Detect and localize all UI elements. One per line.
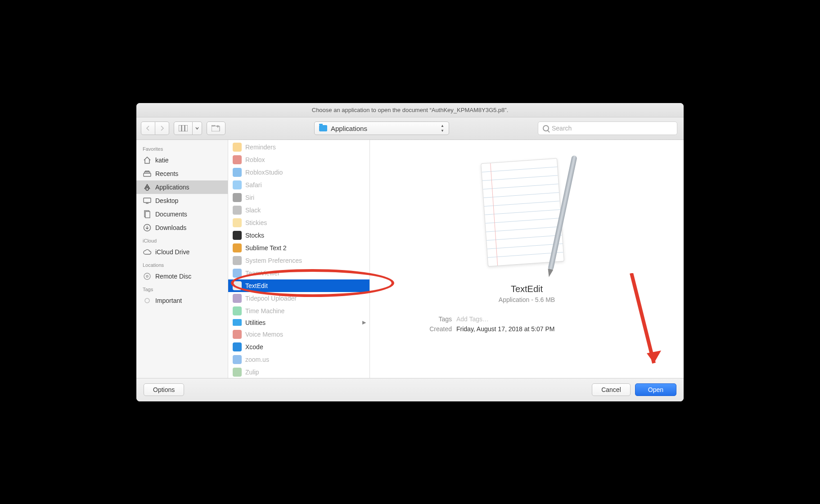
app-row-textedit[interactable]: TextEdit	[228, 279, 369, 292]
open-button[interactable]: Open	[635, 383, 676, 396]
options-label: Options	[153, 386, 175, 393]
sidebar-item-downloads[interactable]: Downloads	[136, 221, 228, 234]
app-label: Slack	[245, 207, 261, 214]
app-label: zoom.us	[245, 356, 269, 363]
app-label: Safari	[245, 181, 262, 189]
app-row-utilities[interactable]: Utilities▶	[228, 317, 369, 328]
sidebar-item-label: iCloud Drive	[155, 248, 189, 256]
chevron-down-icon	[195, 126, 199, 130]
app-label: Sublime Text 2	[245, 244, 287, 252]
app-icon	[233, 218, 242, 227]
path-selector[interactable]: Applications ▲▼	[314, 122, 449, 135]
sidebar-item-label: Documents	[155, 211, 187, 218]
back-button[interactable]	[141, 122, 155, 135]
svg-rect-0	[179, 125, 181, 131]
preview-meta: Tags Add Tags… Created Friday, August 17…	[380, 314, 674, 334]
view-buttons	[174, 122, 202, 135]
search-field[interactable]	[538, 122, 677, 135]
forward-button[interactable]	[155, 122, 169, 135]
cloud-icon	[143, 248, 152, 256]
meta-label-created: Created	[393, 325, 452, 333]
column-view-button[interactable]	[174, 122, 193, 135]
toolbar: Applications ▲▼	[136, 117, 684, 140]
columns-icon	[179, 125, 188, 131]
sidebar-heading-tags: Tags	[136, 283, 228, 294]
cancel-label: Cancel	[601, 386, 621, 393]
cancel-button[interactable]: Cancel	[592, 383, 631, 396]
app-icon	[233, 306, 242, 315]
app-icon	[233, 269, 242, 278]
app-label: Stocks	[245, 232, 264, 239]
sidebar-item-katie[interactable]: katie	[136, 153, 228, 167]
app-label: RobloxStudio	[245, 169, 283, 176]
path-label: Applications	[331, 125, 367, 132]
sidebar-item-important[interactable]: Important	[136, 294, 228, 307]
chevron-right-icon: ▶	[362, 320, 366, 325]
app-label: Tidepool Uploader	[245, 295, 297, 302]
app-label: Roblox	[245, 156, 265, 163]
app-icon	[233, 368, 242, 377]
app-label: Zulip	[245, 369, 259, 376]
app-icon	[233, 231, 242, 240]
app-row-time-machine: Time Machine	[228, 305, 369, 317]
nav-buttons	[141, 122, 169, 135]
sidebar-item-applications[interactable]: Applications	[136, 180, 228, 194]
sidebar-heading-locations: Locations	[136, 259, 228, 270]
app-icon	[233, 294, 242, 303]
app-row-xcode[interactable]: Xcode	[228, 341, 369, 353]
folder-icon	[319, 125, 327, 131]
app-row-zulip: Zulip	[228, 366, 369, 378]
app-label: Stickies	[245, 219, 267, 226]
preview-icon	[475, 153, 579, 279]
footer: Options Cancel Open	[136, 378, 684, 401]
group-button[interactable]	[207, 122, 225, 135]
app-label: TeamViewer	[245, 270, 280, 277]
sidebar-item-desktop[interactable]: Desktop	[136, 194, 228, 207]
meta-value-tags[interactable]: Add Tags…	[456, 315, 660, 323]
app-icon	[233, 342, 242, 351]
stepper-arrows-icon: ▲▼	[441, 124, 444, 133]
app-row-reminders: Reminders	[228, 141, 369, 153]
sidebar-item-label: Remote Disc	[155, 273, 191, 280]
app-list[interactable]: RemindersRobloxRobloxStudioSafariSiriSla…	[228, 140, 370, 378]
sidebar-item-label: Important	[155, 297, 182, 304]
folder-plus-icon	[212, 125, 221, 131]
options-button[interactable]: Options	[144, 383, 184, 396]
chevron-right-icon	[160, 126, 164, 131]
sidebar-item-label: Recents	[155, 170, 178, 177]
svg-point-5	[146, 188, 149, 190]
app-icon	[233, 330, 242, 339]
app-row-teamviewer: TeamViewer	[228, 267, 369, 279]
apps-icon	[143, 183, 152, 192]
app-icon	[233, 355, 242, 364]
app-row-system-preferences: System Preferences	[228, 254, 369, 267]
open-dialog: Choose an application to open the docume…	[136, 103, 684, 401]
app-icon	[233, 319, 242, 326]
sidebar-item-icloud-drive[interactable]: iCloud Drive	[136, 245, 228, 259]
svg-rect-6	[144, 198, 151, 202]
app-label: Utilities	[245, 319, 266, 326]
sidebar-item-label: Downloads	[155, 224, 186, 231]
preview-title: TextEdit	[511, 284, 543, 294]
sidebar-item-documents[interactable]: Documents	[136, 207, 228, 221]
app-row-stocks[interactable]: Stocks	[228, 229, 369, 242]
app-row-sublime-text-2[interactable]: Sublime Text 2	[228, 242, 369, 254]
app-icon	[233, 143, 242, 152]
sidebar-heading-favorites: Favorites	[136, 143, 228, 153]
search-input[interactable]	[552, 125, 672, 132]
tagdot-icon	[143, 296, 152, 305]
preview-pane: TextEdit Application - 5.6 MB Tags Add T…	[370, 140, 684, 378]
sidebar-item-remote-disc[interactable]: Remote Disc	[136, 270, 228, 283]
sidebar-item-recents[interactable]: Recents	[136, 167, 228, 180]
view-dropdown-button[interactable]	[193, 122, 202, 135]
app-row-safari: Safari	[228, 179, 369, 191]
svg-point-10	[144, 273, 150, 279]
sidebar-item-label: Applications	[155, 184, 189, 191]
svg-rect-3	[212, 126, 220, 131]
home-icon	[143, 156, 152, 165]
app-icon	[233, 168, 242, 177]
open-label: Open	[648, 386, 663, 393]
app-row-siri: Siri	[228, 191, 369, 204]
app-label: TextEdit	[245, 282, 268, 289]
content-area: Favorites katieRecentsApplicationsDeskto…	[136, 140, 684, 378]
